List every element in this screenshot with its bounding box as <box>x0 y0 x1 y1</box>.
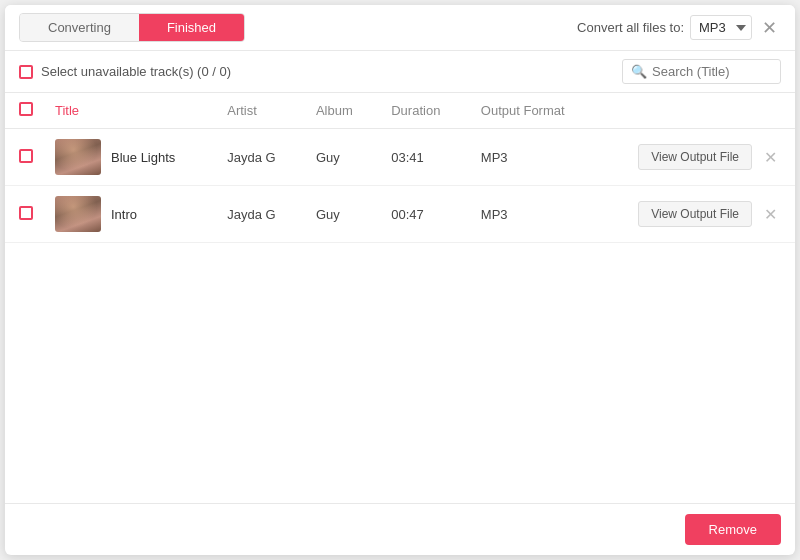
search-input[interactable] <box>652 64 772 79</box>
view-output-button-0[interactable]: View Output File <box>638 144 752 170</box>
tab-group: Converting Finished <box>19 13 245 42</box>
header-output-format: Output Format <box>467 93 597 129</box>
table-body: Blue Lights Jayda G Guy 03:41 MP3 View O… <box>5 129 795 243</box>
row-title-0: Blue Lights <box>41 129 213 186</box>
row-format-1: MP3 <box>467 186 597 243</box>
track-name-1: Intro <box>111 207 137 222</box>
header-album: Album <box>302 93 377 129</box>
track-thumbnail-0 <box>55 139 101 175</box>
remove-row-button-0[interactable]: ✕ <box>760 148 781 167</box>
header-right: Convert all files to: MP3 AAC FLAC WAV ✕ <box>577 15 781 40</box>
row-album-0: Guy <box>302 129 377 186</box>
remove-button[interactable]: Remove <box>685 514 781 545</box>
row-artist-0: Jayda G <box>213 129 302 186</box>
row-album-1: Guy <box>302 186 377 243</box>
app-window: Converting Finished Convert all files to… <box>5 5 795 555</box>
row-artist-1: Jayda G <box>213 186 302 243</box>
header-checkbox[interactable] <box>19 102 33 116</box>
track-thumbnail-1 <box>55 196 101 232</box>
row-checkbox-1[interactable] <box>19 206 33 220</box>
row-checkbox-col <box>5 186 41 243</box>
toolbar: Select unavailable track(s) (0 / 0) 🔍 <box>5 51 795 93</box>
search-box: 🔍 <box>622 59 781 84</box>
row-checkbox-col <box>5 129 41 186</box>
select-unavailable-checkbox[interactable] <box>19 65 33 79</box>
select-unavailable-group: Select unavailable track(s) (0 / 0) <box>19 64 231 79</box>
footer: Remove <box>5 503 795 555</box>
track-name-0: Blue Lights <box>111 150 175 165</box>
select-unavailable-label: Select unavailable track(s) (0 / 0) <box>41 64 231 79</box>
convert-label: Convert all files to: <box>577 20 684 35</box>
view-output-button-1[interactable]: View Output File <box>638 201 752 227</box>
row-actions-0: View Output File ✕ <box>597 129 795 186</box>
row-checkbox-0[interactable] <box>19 149 33 163</box>
search-icon: 🔍 <box>631 64 647 79</box>
close-button[interactable]: ✕ <box>758 19 781 37</box>
row-actions-1: View Output File ✕ <box>597 186 795 243</box>
header-duration: Duration <box>377 93 467 129</box>
tracks-table: Title Artist Album Duration Output Forma… <box>5 93 795 243</box>
row-duration-0: 03:41 <box>377 129 467 186</box>
table-header-row: Title Artist Album Duration Output Forma… <box>5 93 795 129</box>
row-title-1: Intro <box>41 186 213 243</box>
row-format-0: MP3 <box>467 129 597 186</box>
table-row: Intro Jayda G Guy 00:47 MP3 View Output … <box>5 186 795 243</box>
remove-row-button-1[interactable]: ✕ <box>760 205 781 224</box>
header-artist: Artist <box>213 93 302 129</box>
header-actions <box>597 93 795 129</box>
header-checkbox-col <box>5 93 41 129</box>
track-list: Title Artist Album Duration Output Forma… <box>5 93 795 503</box>
format-select[interactable]: MP3 AAC FLAC WAV <box>690 15 752 40</box>
tab-finished[interactable]: Finished <box>139 14 244 41</box>
header: Converting Finished Convert all files to… <box>5 5 795 51</box>
table-row: Blue Lights Jayda G Guy 03:41 MP3 View O… <box>5 129 795 186</box>
row-duration-1: 00:47 <box>377 186 467 243</box>
header-title: Title <box>41 93 213 129</box>
tab-converting[interactable]: Converting <box>20 14 139 41</box>
